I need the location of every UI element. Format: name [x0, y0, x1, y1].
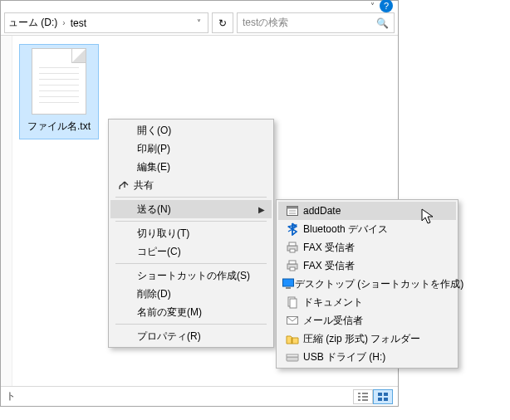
sendto-documents[interactable]: ドキュメント	[278, 293, 456, 311]
view-large-icons-button[interactable]	[373, 389, 393, 404]
sendto-bluetooth[interactable]: Bluetooth デバイス	[278, 220, 456, 238]
svg-rect-11	[286, 287, 291, 289]
usb-drive-icon	[282, 350, 303, 364]
search-icon: 🔍	[376, 17, 389, 29]
sendto-desktop[interactable]: デスクトップ (ショートカットを作成)	[278, 275, 456, 293]
sendto-usb[interactable]: USB ドライブ (H:)	[278, 348, 456, 366]
status-text: ト	[6, 389, 16, 403]
search-input[interactable]: testの検索 🔍	[237, 12, 395, 33]
menu-delete[interactable]: 削除(D)	[110, 285, 272, 303]
calendar-icon	[282, 204, 303, 217]
svg-rect-10	[283, 279, 294, 286]
view-details-button[interactable]	[353, 389, 373, 404]
svg-rect-9	[290, 267, 295, 271]
menu-rename[interactable]: 名前の変更(M)	[110, 303, 272, 321]
grid-view-icon	[378, 393, 388, 401]
sendto-submenu: addDate Bluetooth デバイス FAX 受信者 FAX 受信者 デ…	[276, 199, 459, 369]
address-dropdown-icon[interactable]: ˅	[194, 18, 204, 27]
breadcrumb-part-drive[interactable]: ューム (D:)	[8, 16, 57, 30]
context-menu: 開く(O) 印刷(P) 編集(E) 共有 送る(N) ▶ 切り取り(T) コピー…	[108, 119, 274, 348]
sendto-fax1[interactable]: FAX 受信者	[278, 238, 456, 256]
menu-sendto[interactable]: 送る(N) ▶	[110, 200, 272, 218]
svg-rect-15	[292, 338, 293, 344]
fax-icon	[282, 241, 303, 254]
svg-rect-8	[289, 261, 296, 264]
nav-pane[interactable]	[1, 36, 12, 386]
documents-icon	[282, 295, 303, 309]
sendto-mail[interactable]: メール受信者	[278, 311, 456, 330]
refresh-button[interactable]: ↻	[212, 12, 233, 33]
menu-separator	[115, 263, 267, 264]
svg-rect-17	[287, 354, 298, 357]
bluetooth-icon	[282, 222, 303, 236]
file-name-label: ファイル名.txt	[22, 120, 96, 134]
zip-folder-icon	[282, 332, 303, 345]
svg-rect-1	[287, 207, 298, 209]
svg-rect-5	[289, 242, 296, 246]
svg-rect-6	[290, 249, 295, 252]
share-icon	[115, 178, 134, 192]
breadcrumb-part-folder[interactable]: test	[71, 17, 86, 29]
refresh-icon: ↻	[218, 17, 227, 29]
titlebar: ˅ ?	[1, 1, 398, 11]
menu-share[interactable]: 共有	[110, 176, 272, 194]
mail-icon	[282, 314, 303, 327]
file-item-selected[interactable]: ファイル名.txt	[19, 44, 99, 139]
desktop-icon	[282, 277, 295, 291]
breadcrumb-sep-icon: ›	[62, 18, 65, 27]
search-placeholder: testの検索	[243, 16, 288, 30]
menu-edit[interactable]: 編集(E)	[110, 158, 272, 176]
fax-icon	[282, 259, 303, 272]
submenu-arrow-icon: ▶	[258, 205, 265, 214]
svg-rect-16	[287, 357, 298, 361]
menu-open[interactable]: 開く(O)	[110, 121, 272, 139]
menu-separator	[115, 221, 267, 222]
address-bar: ューム (D:) › test ˅ ↻ testの検索 🔍	[1, 11, 398, 36]
status-bar: ト	[1, 386, 398, 406]
menu-print[interactable]: 印刷(P)	[110, 139, 272, 158]
menu-cut[interactable]: 切り取り(T)	[110, 224, 272, 242]
menu-separator	[115, 197, 267, 198]
titlebar-dropdown-icon[interactable]: ˅	[370, 2, 375, 11]
text-file-icon	[32, 48, 86, 115]
breadcrumb-box[interactable]: ューム (D:) › test ˅	[4, 12, 208, 33]
menu-copy[interactable]: コピー(C)	[110, 242, 272, 261]
sendto-fax2[interactable]: FAX 受信者	[278, 256, 456, 275]
sendto-zip[interactable]: 圧縮 (zip 形式) フォルダー	[278, 330, 456, 348]
menu-separator	[115, 324, 267, 325]
view-switcher	[353, 389, 393, 404]
list-view-icon	[358, 393, 368, 401]
menu-properties[interactable]: プロパティ(R)	[110, 327, 272, 345]
sendto-adddate[interactable]: addDate	[278, 202, 456, 220]
svg-rect-13	[290, 299, 297, 308]
menu-create-shortcut[interactable]: ショートカットの作成(S)	[110, 266, 272, 285]
